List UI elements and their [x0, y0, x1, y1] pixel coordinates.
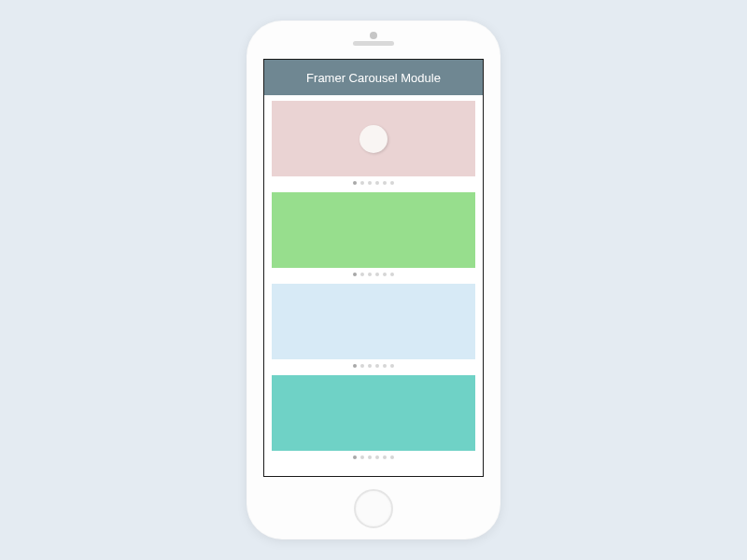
pagination-dot[interactable]: [383, 364, 387, 368]
pagination-dot[interactable]: [360, 364, 364, 368]
phone-screen: Framer Carousel Module: [263, 59, 484, 477]
pagination-dot[interactable]: [368, 273, 372, 276]
pagination-dot[interactable]: [368, 181, 372, 185]
carousel-slide[interactable]: [272, 192, 475, 268]
carousel-4: [272, 375, 475, 463]
pagination-dot[interactable]: [383, 181, 387, 185]
app-header: Framer Carousel Module: [264, 60, 483, 95]
pagination-dot[interactable]: [383, 273, 387, 276]
pagination-dot[interactable]: [375, 364, 379, 368]
pagination-dot[interactable]: [368, 455, 372, 459]
pagination-dot[interactable]: [360, 455, 364, 459]
app-title: Framer Carousel Module: [306, 71, 441, 85]
phone-camera-dot: [370, 32, 377, 39]
pagination-dot[interactable]: [390, 181, 394, 185]
phone-device-frame: Framer Carousel Module: [247, 21, 500, 539]
pagination-dot[interactable]: [390, 455, 394, 459]
pagination-dot[interactable]: [390, 273, 394, 276]
carousel-2: [272, 192, 475, 280]
carousel-slide[interactable]: [272, 101, 475, 176]
pagination-dot[interactable]: [375, 455, 379, 459]
pagination-dots: [353, 359, 394, 371]
pagination-dot[interactable]: [353, 181, 357, 185]
circle-icon: [359, 125, 388, 153]
screen-body: [264, 95, 483, 476]
pagination-dot[interactable]: [383, 455, 387, 459]
phone-speaker: [353, 41, 394, 46]
pagination-dots: [353, 176, 394, 189]
pagination-dot[interactable]: [390, 364, 394, 368]
pagination-dot[interactable]: [353, 455, 357, 459]
carousel-3: [272, 284, 475, 371]
carousel-slide[interactable]: [272, 375, 475, 451]
carousel-1: [272, 101, 475, 189]
carousel-slide[interactable]: [272, 284, 475, 359]
pagination-dot[interactable]: [375, 181, 379, 185]
pagination-dots: [353, 451, 394, 463]
pagination-dot[interactable]: [375, 273, 379, 276]
home-button[interactable]: [354, 489, 393, 528]
pagination-dot[interactable]: [360, 181, 364, 185]
pagination-dot[interactable]: [360, 273, 364, 276]
pagination-dot[interactable]: [353, 273, 357, 276]
pagination-dot[interactable]: [368, 364, 372, 368]
pagination-dot[interactable]: [353, 364, 357, 368]
pagination-dots: [353, 268, 394, 280]
